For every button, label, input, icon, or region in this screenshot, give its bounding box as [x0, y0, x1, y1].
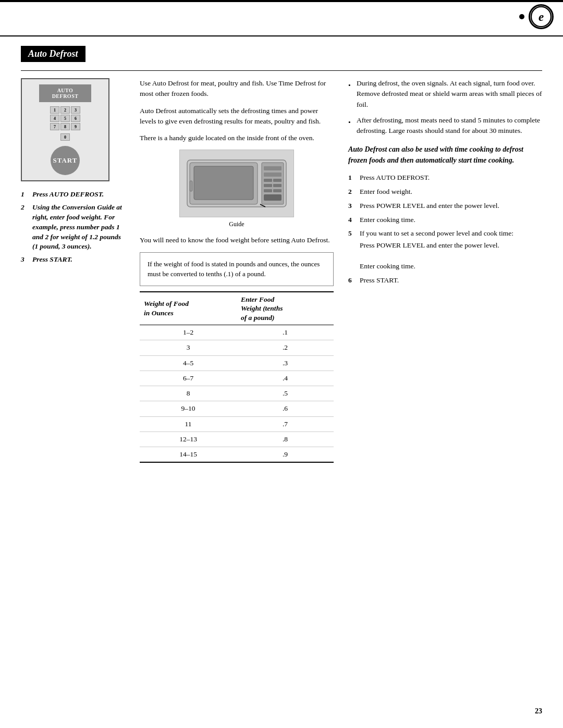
- content-grid: AUTO DEFROST 1 2 3 4 5 6 7 8 9 0 START: [21, 78, 542, 463]
- table-cell-ounces: 4–5: [140, 355, 237, 371]
- bullet-item-1: • During defrost, the oven signals. At e…: [348, 78, 542, 110]
- microwave-panel-diagram: AUTO DEFROST 1 2 3 4 5 6 7 8 9 0 START: [21, 78, 109, 181]
- table-row: 8.5: [140, 386, 334, 401]
- right-step-num-5: 5: [348, 229, 357, 272]
- table-cell-tenths: .2: [237, 340, 334, 355]
- right-step-text-2: Enter food weight.: [360, 187, 412, 197]
- right-step-num-4: 4: [348, 215, 357, 225]
- logo-area: e: [519, 4, 554, 29]
- bullet-dot-2: •: [348, 117, 352, 137]
- brand-logo: e: [529, 4, 554, 29]
- top-border-line: [0, 0, 563, 2]
- table-cell-tenths: .7: [237, 416, 334, 431]
- section-title: Auto Defrost: [21, 46, 85, 62]
- key-5: 5: [60, 115, 70, 122]
- svg-rect-14: [264, 194, 282, 201]
- key-6: 6: [71, 115, 80, 122]
- table-row: 1–2.1: [140, 325, 334, 340]
- numpad-diagram: 1 2 3 4 5 6 7 8 9: [50, 106, 80, 130]
- table-row: 11.7: [140, 416, 334, 431]
- table-cell-tenths: .9: [237, 447, 334, 463]
- table-cell-tenths: .1: [237, 325, 334, 340]
- step-text-2: Using the Conversion Guide at right, ent…: [32, 203, 125, 252]
- right-step-text-6: Press START.: [360, 276, 399, 286]
- table-cell-ounces: 1–2: [140, 325, 237, 340]
- table-row: 12–13.8: [140, 431, 334, 447]
- logo-dot: [519, 14, 524, 19]
- conversion-box-text: If the weight of food is stated in pound…: [148, 259, 326, 279]
- bullet-dot-1: •: [348, 80, 352, 110]
- right-step-text-5: If you want to set a second power level …: [360, 229, 513, 272]
- right-step-5a: Press POWER LEVEL and enter the power le…: [360, 241, 513, 251]
- left-column: AUTO DEFROST 1 2 3 4 5 6 7 8 9 0 START: [21, 78, 125, 463]
- step-num-2: 2: [21, 203, 29, 252]
- table-header-tenths: Enter FoodWeight (tenthsof a pound): [237, 292, 334, 325]
- table-cell-ounces: 12–13: [140, 431, 237, 447]
- key-8: 8: [60, 123, 70, 130]
- bullet-text-1: During defrost, the oven signals. At eac…: [357, 78, 542, 110]
- key-2: 2: [60, 106, 70, 114]
- svg-rect-11: [273, 184, 282, 187]
- table-cell-tenths: .3: [237, 355, 334, 371]
- left-step-2: 2 Using the Conversion Guide at right, e…: [21, 203, 125, 252]
- table-cell-ounces: 6–7: [140, 371, 237, 386]
- microwave-oven-image: [179, 150, 294, 217]
- microwave-svg: [185, 155, 289, 212]
- step-text-3: Press START.: [32, 255, 125, 265]
- start-button-diagram: START: [51, 146, 80, 175]
- right-step-2: 2 Enter food weight.: [348, 187, 542, 197]
- header-rule: [21, 70, 542, 71]
- page-number: 23: [535, 707, 542, 715]
- table-cell-ounces: 14–15: [140, 447, 237, 463]
- key-0: 0: [60, 133, 70, 141]
- right-step-3: 3 Press POWER LEVEL and enter the power …: [348, 201, 542, 211]
- svg-rect-9: [273, 179, 282, 182]
- right-steps-list: 1 Press AUTO DEFROST. 2 Enter food weigh…: [348, 173, 542, 286]
- table-cell-ounces: 11: [140, 416, 237, 431]
- svg-rect-10: [264, 184, 272, 187]
- key-1: 1: [50, 106, 59, 114]
- table-cell-ounces: 9–10: [140, 401, 237, 416]
- table-row: 3.2: [140, 340, 334, 355]
- right-step-num-2: 2: [348, 187, 357, 197]
- conversion-box: If the weight of food is stated in pound…: [140, 252, 334, 286]
- middle-column: Use Auto Defrost for meat, poultry and f…: [140, 78, 334, 463]
- key-9: 9: [71, 123, 80, 130]
- svg-rect-15: [190, 181, 192, 191]
- right-step-1: 1 Press AUTO DEFROST.: [348, 173, 542, 183]
- svg-rect-6: [264, 166, 282, 170]
- key-7: 7: [50, 123, 59, 130]
- svg-rect-8: [264, 179, 272, 182]
- key-3: 3: [71, 106, 80, 114]
- bullet-text-2: After defrosting, most meats need to sta…: [357, 115, 542, 137]
- right-column: • During defrost, the oven signals. At e…: [348, 78, 542, 463]
- key-4: 4: [50, 115, 59, 122]
- bold-italic-section: Auto Defrost can also be used with time …: [348, 144, 542, 166]
- right-step-num-1: 1: [348, 173, 357, 183]
- right-step-5b: Enter cooking time.: [360, 262, 513, 272]
- auto-defrost-button-diagram: AUTO DEFROST: [39, 84, 91, 102]
- table-header-ounces: Weight of Foodin Ounces: [140, 292, 237, 325]
- bullet-item-2: • After defrosting, most meats need to s…: [348, 115, 542, 137]
- step-text-1: Press AUTO DEFROST.: [32, 190, 125, 200]
- svg-text:e: e: [538, 10, 544, 23]
- right-step-num-6: 6: [348, 276, 357, 286]
- svg-rect-12: [264, 189, 272, 192]
- table-cell-ounces: 8: [140, 386, 237, 401]
- right-step-text-1: Press AUTO DEFROST.: [360, 173, 430, 183]
- table-row: 14–15.9: [140, 447, 334, 463]
- table-cell-ounces: 3: [140, 340, 237, 355]
- table-row: 9–10.6: [140, 401, 334, 416]
- right-step-text-4: Enter cooking time.: [360, 215, 415, 225]
- middle-para-4: You will need to know the food weight be…: [140, 235, 334, 245]
- svg-rect-4: [194, 166, 253, 200]
- numpad-zero-row: 0: [60, 133, 70, 141]
- weight-conversion-table: Weight of Foodin Ounces Enter FoodWeight…: [140, 291, 334, 463]
- main-content: Auto Defrost AUTO DEFROST 1 2 3 4 5 6 7 …: [0, 46, 563, 728]
- svg-rect-7: [264, 172, 282, 177]
- left-step-1: 1 Press AUTO DEFROST.: [21, 190, 125, 200]
- image-caption: Guide: [140, 219, 334, 229]
- step-num-3: 3: [21, 255, 29, 265]
- left-steps-list: 1 Press AUTO DEFROST. 2 Using the Conver…: [21, 190, 125, 268]
- right-step-4: 4 Enter cooking time.: [348, 215, 542, 225]
